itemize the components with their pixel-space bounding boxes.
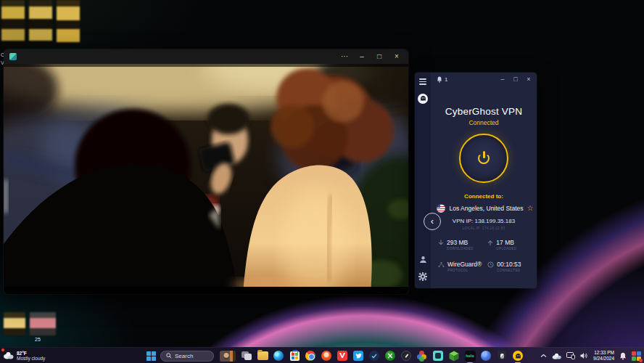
- speaker-icon[interactable]: [580, 352, 588, 359]
- taskbar-task-view[interactable]: [241, 350, 252, 362]
- cyberghost-vpn-window: 1 – □ ×: [415, 73, 537, 288]
- taskbar-cube-app[interactable]: [448, 350, 460, 362]
- weather-widget[interactable]: 82°F Mostly cloudy: [3, 348, 45, 363]
- taskbar-gauge-app[interactable]: [400, 350, 412, 362]
- account-icon[interactable]: [419, 256, 427, 264]
- green-cube-icon: [449, 351, 459, 362]
- weather-condition: Mostly cloudy: [17, 356, 45, 361]
- taskbar-pinwheel-app[interactable]: [416, 350, 428, 362]
- protocol-nodes-icon: [438, 261, 445, 268]
- blurred-desktop-icons-top[interactable]: [1, 0, 80, 45]
- video-app-icon: [9, 53, 17, 60]
- menu-icon[interactable]: [419, 78, 426, 85]
- stat-protocol: WireGuard®PROTOCOL: [438, 261, 482, 272]
- vpn-minimize-button[interactable]: –: [496, 73, 509, 85]
- desktop-icon-blurred[interactable]: [1, 0, 25, 45]
- tray-clock[interactable]: 12:33 PM 9/24/2024: [593, 350, 614, 362]
- us-flag-icon: [437, 204, 445, 213]
- search-box[interactable]: Search: [160, 351, 214, 362]
- more-options-button[interactable]: ···: [336, 50, 353, 63]
- desktop-icon-blurred[interactable]: [57, 0, 80, 45]
- local-ip-text: LOCAL IP: 174.16.12.83: [431, 226, 537, 230]
- upload-arrow-icon: [487, 240, 493, 246]
- power-button[interactable]: [459, 134, 508, 183]
- edge-icon: [273, 351, 284, 361]
- taskbar-vivaldi[interactable]: [337, 350, 348, 362]
- news-thumbnail-icon: [220, 351, 236, 362]
- vpn-maximize-button[interactable]: □: [509, 73, 522, 85]
- video-frame-red-carpet-scene[interactable]: [4, 64, 408, 294]
- taskbar-check-app[interactable]: [368, 350, 380, 362]
- vpn-app-title: CyberGhost VPN: [431, 106, 537, 117]
- tray-chevron-up-icon[interactable]: [540, 354, 547, 358]
- taskbar-edge[interactable]: [273, 350, 284, 362]
- vpn-close-button[interactable]: ×: [522, 73, 535, 85]
- twitter-bird-icon: [353, 351, 363, 361]
- gauge-icon: [401, 351, 411, 361]
- cloud-icon: [3, 351, 14, 359]
- bell-icon: [437, 76, 442, 83]
- taskbar-chrome[interactable]: [305, 350, 316, 362]
- stat-connected-time: 00:10:53CONNECTED: [487, 261, 529, 272]
- download-arrow-icon: [438, 240, 444, 246]
- server-name: Los Angeles, United States: [449, 205, 523, 212]
- shield-icon: [498, 351, 506, 361]
- taskbar-xbox[interactable]: [384, 350, 396, 362]
- server-row[interactable]: Los Angeles, United States ☆: [431, 204, 537, 213]
- weather-temperature: 82°F: [17, 351, 45, 356]
- start-button[interactable]: [145, 350, 157, 362]
- tray-time: 12:33 PM: [593, 350, 614, 356]
- taskbar-file-explorer[interactable]: [257, 350, 268, 362]
- minimize-button[interactable]: –: [353, 50, 371, 63]
- taskbar-hulu[interactable]: hulu: [464, 350, 476, 362]
- taskbar: 82°F Mostly cloudy Search: [0, 347, 644, 363]
- favorite-star-icon[interactable]: ☆: [527, 205, 534, 212]
- desktop-icon-blurred[interactable]: [30, 312, 56, 335]
- vpn-titlebar[interactable]: 1 – □ ×: [415, 73, 537, 86]
- settings-gear-icon[interactable]: [418, 272, 427, 281]
- maximize-button[interactable]: □: [371, 50, 388, 63]
- vpn-status-text: Connected: [431, 119, 537, 126]
- server-back-button[interactable]: ‹: [424, 213, 441, 230]
- brave-icon: [321, 351, 331, 361]
- vivaldi-icon: [337, 351, 347, 361]
- task-view-icon: [242, 351, 252, 360]
- ghost-logo-icon[interactable]: [418, 94, 428, 104]
- desktop-icon-blurred[interactable]: [4, 312, 25, 335]
- folder-icon: [257, 351, 268, 360]
- blue-orb-icon: [481, 351, 491, 361]
- vpn-ip-text: VPN IP: 138.199.35.183: [431, 218, 537, 224]
- teal-box-icon: [433, 351, 443, 361]
- taskbar-brave[interactable]: [321, 350, 332, 362]
- notification-bell-icon[interactable]: [619, 352, 627, 360]
- stat-uploaded: 17 MBUPLOADED: [487, 239, 529, 250]
- colorful-app-tray-icon[interactable]: [632, 351, 641, 361]
- vpn-sidebar: [415, 73, 431, 288]
- weather-alert-badge: [1, 348, 5, 352]
- close-button[interactable]: ×: [388, 50, 405, 63]
- taskbar-twitter[interactable]: [352, 350, 364, 362]
- taskbar-capture-app[interactable]: [432, 350, 444, 362]
- taskbar-blue-app[interactable]: [480, 350, 492, 362]
- xbox-icon: [385, 351, 395, 361]
- taskbar-microsoft-store[interactable]: [289, 350, 300, 362]
- connected-to-label: Connected to:: [431, 193, 537, 200]
- video-titlebar[interactable]: ··· – □ ×: [4, 49, 408, 64]
- desktop-icon-label: 25: [35, 337, 41, 342]
- stat-downloaded: 293 MBDOWNLOADED: [438, 239, 482, 250]
- taskbar-cyberghost[interactable]: [512, 350, 524, 362]
- windows-logo-icon: [146, 351, 156, 361]
- check-icon: [369, 351, 379, 361]
- onedrive-cloud-icon[interactable]: [552, 353, 561, 359]
- blurred-desktop-icons-bottom[interactable]: [4, 312, 56, 335]
- pinwheel-icon: [417, 351, 427, 361]
- cast-screen-icon[interactable]: [566, 352, 575, 359]
- tray-date: 9/24/2024: [593, 356, 614, 362]
- taskbar-widget-thumbnail[interactable]: [219, 350, 236, 362]
- notification-count: 1: [445, 76, 447, 83]
- desktop-icon-blurred[interactable]: [29, 0, 52, 45]
- taskbar-shield-app[interactable]: [496, 350, 508, 362]
- video-player-window: ··· – □ ×: [4, 49, 408, 294]
- notification-bell[interactable]: 1: [437, 76, 447, 83]
- connection-stats: 293 MBDOWNLOADED 17 MBUPLOADED WireGuard…: [438, 239, 529, 272]
